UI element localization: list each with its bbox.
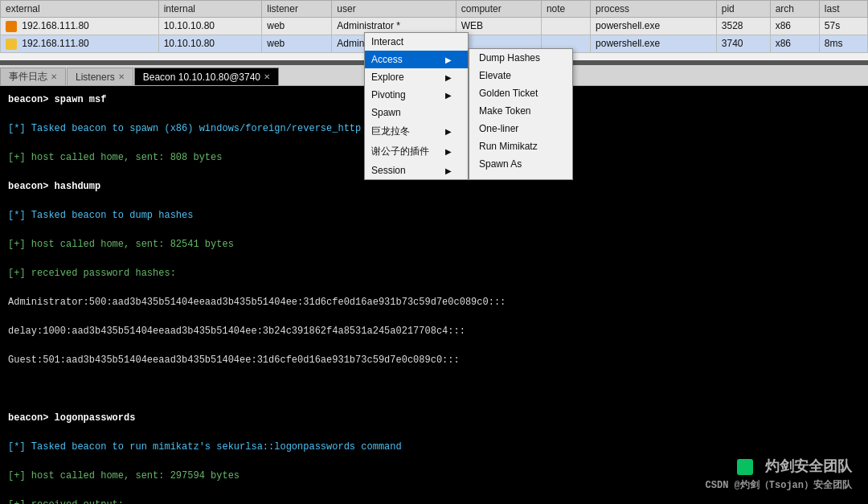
console-line: Administrator:500:aad3b435b51404eeaad3b4… [8,295,860,309]
tab-event-log[interactable]: 事件日志 ✕ [0,68,66,85]
cell-internal: 10.10.10.80 [158,18,262,35]
beacon-icon-2 [6,39,17,50]
submenu-arrow-dragon: ▶ [445,127,452,136]
context-submenu-access: Dump Hashes Elevate Golden Ticket Make T… [469,48,573,180]
submenu-arrow-pivoting: ▶ [445,91,452,100]
submenu-item-elevate[interactable]: Elevate [469,67,572,84]
beacon-icon [6,21,17,32]
col-arch: arch [770,1,819,18]
cell-listener: web [262,35,332,52]
tab-listeners-label: Listeners [76,72,115,83]
cell-internal: 10.10.10.80 [158,35,262,52]
console-line: [*] Tasked beacon to dump hashes [8,208,860,223]
menu-item-spawn[interactable]: Spawn [365,104,468,121]
menu-item-interact[interactable]: Interact [365,33,468,51]
submenu-item-make-token[interactable]: Make Token [469,102,572,120]
col-process: process [591,1,717,18]
col-external: external [1,1,159,18]
tab-event-log-close[interactable]: ✕ [51,72,57,81]
cell-arch: x86 [770,35,819,52]
cell-external: 192.168.111.80 [1,35,159,52]
console-line: [+] host called home, sent: 297594 bytes [8,469,860,483]
menu-item-explore[interactable]: Explore ▶ [365,68,468,86]
table-area: external internal listener user computer… [0,0,868,60]
console-line: beacon> hashdump [8,179,860,194]
cell-last: 57s [819,18,867,35]
col-note: note [541,1,590,18]
tab-event-log-label: 事件日志 [9,70,47,84]
cell-arch: x86 [770,18,819,35]
tab-listeners[interactable]: Listeners ✕ [67,68,133,85]
submenu-arrow-plugin: ▶ [445,147,452,156]
col-listener: listener [262,1,332,18]
cell-last: 8ms [819,35,867,52]
menu-item-plugin[interactable]: 谢公子的插件 ▶ [365,141,468,162]
console-line: delay:1000:aad3b435b51404eeaad3b435b5140… [8,324,860,338]
cell-pid: 3740 [716,35,770,52]
console-line: [+] received password hashes: [8,266,860,281]
cell-pid: 3528 [716,18,770,35]
console-line: [+] host called home, sent: 82541 bytes [8,237,860,252]
submenu-arrow-explore: ▶ [445,73,452,82]
col-last: last [819,1,867,18]
context-menu: Interact Access ▶ Explore ▶ Pivoting ▶ S… [364,32,573,180]
menu-item-session[interactable]: Session ▶ [365,162,468,179]
console-line: [+] received output: [8,498,860,504]
col-user: user [332,1,456,18]
submenu-item-spawn-as[interactable]: Spawn As [469,155,572,173]
col-pid: pid [716,1,770,18]
menu-item-pivoting[interactable]: Pivoting ▶ [365,86,468,104]
tab-listeners-close[interactable]: ✕ [118,72,125,81]
cell-process: powershell.exe [591,35,717,52]
menu-item-access[interactable]: Access ▶ [365,51,468,68]
console-line: Guest:501:aad3b435b51404eeaad3b435b51404… [8,353,860,367]
col-internal: internal [158,1,262,18]
cell-listener: web [262,18,332,35]
col-computer: computer [456,1,541,18]
cell-external: 192.168.111.80 [1,18,159,35]
submenu-item-dump-hashes[interactable]: Dump Hashes [469,49,572,67]
console-line [8,382,860,396]
tab-beacon-label: Beacon 10.10.10.80@3740 [143,72,260,83]
submenu-arrow-session: ▶ [445,166,452,175]
tab-beacon[interactable]: Beacon 10.10.10.80@3740 ✕ [134,68,279,85]
submenu-item-run-mimikatz[interactable]: Run Mimikatz [469,137,572,155]
menu-item-dragon[interactable]: 巨龙拉冬 ▶ [365,121,468,141]
submenu-item-one-liner[interactable]: One-liner [469,120,572,137]
tab-beacon-close[interactable]: ✕ [264,72,270,81]
console-line: beacon> logonpasswords [8,411,860,425]
cell-process: powershell.exe [591,18,717,35]
submenu-arrow-access: ▶ [445,55,452,64]
submenu-item-golden-ticket[interactable]: Golden Ticket [469,84,572,102]
console-line: [*] Tasked beacon to run mimikatz's seku… [8,440,860,454]
context-menu-primary: Interact Access ▶ Explore ▶ Pivoting ▶ S… [364,32,469,180]
